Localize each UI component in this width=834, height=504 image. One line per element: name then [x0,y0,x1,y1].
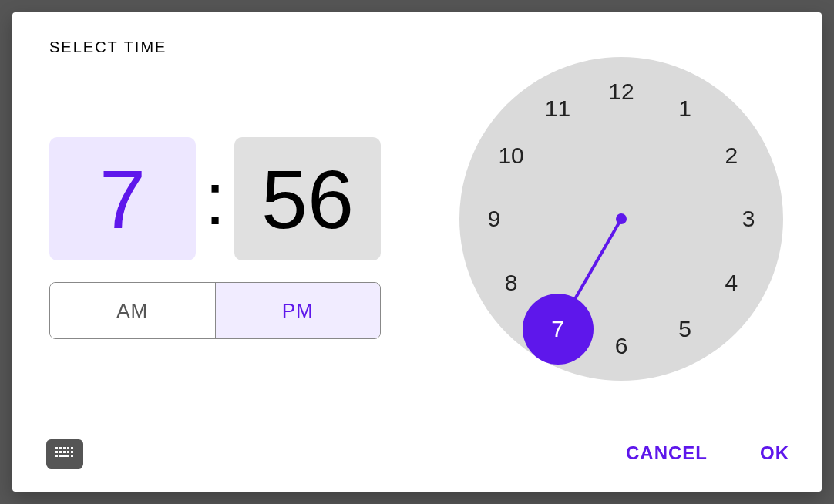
svg-rect-4 [67,447,69,449]
dialog-actions: CANCEL OK [618,438,797,469]
clock-hour-2[interactable]: 2 [716,140,747,171]
clock-face[interactable]: 7 121234567891011 [459,57,783,381]
keyboard-input-button[interactable] [46,439,83,469]
hour-field[interactable]: 7 [49,137,196,260]
clock-selection-thumb[interactable]: 7 [523,294,594,365]
period-pm-button[interactable]: PM [215,283,381,338]
svg-rect-13 [71,455,73,457]
cancel-button[interactable]: CANCEL [618,438,715,469]
clock-center-dot [616,213,627,224]
clock-hour-6[interactable]: 6 [606,331,637,361]
clock-hour-1[interactable]: 1 [670,93,701,124]
svg-rect-8 [63,451,66,453]
svg-rect-10 [71,451,73,453]
time-picker-dialog: SELECT TIME 7 : 56 AM PM 7 1212345678910… [12,12,822,492]
svg-rect-3 [63,447,66,449]
time-display: 7 : 56 [49,137,381,260]
clock-hour-10[interactable]: 10 [496,140,526,171]
svg-rect-12 [59,455,69,457]
clock-hour-11[interactable]: 11 [543,93,573,124]
svg-rect-11 [55,455,58,457]
clock-hour-9[interactable]: 9 [479,203,509,234]
dialog-title: SELECT TIME [49,39,166,56]
clock-hour-3[interactable]: 3 [733,203,764,234]
keyboard-icon [53,445,76,463]
period-am-button[interactable]: AM [50,283,215,338]
ok-button[interactable]: OK [752,438,797,469]
time-separator: : [196,156,234,241]
clock-hour-8[interactable]: 8 [496,267,526,298]
clock-hour-12[interactable]: 12 [606,76,637,107]
svg-rect-7 [59,451,62,453]
minute-field[interactable]: 56 [234,137,381,260]
clock-hour-4[interactable]: 4 [716,267,747,298]
clock-hour-5[interactable]: 5 [670,314,701,344]
svg-rect-2 [59,447,62,449]
svg-rect-5 [71,447,73,449]
svg-rect-9 [67,451,69,453]
svg-rect-6 [55,451,58,453]
svg-rect-1 [55,447,58,449]
period-toggle: AM PM [49,282,381,339]
